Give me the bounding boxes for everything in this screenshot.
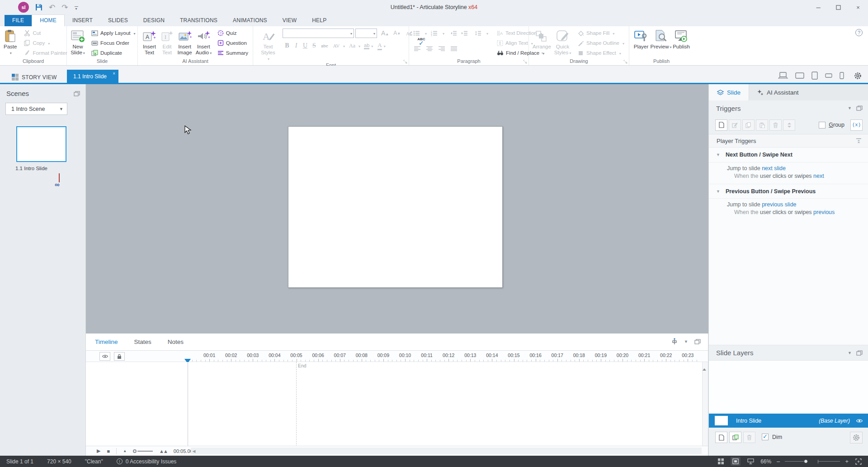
customize-quick-access-button[interactable]: ▾ [75,5,78,10]
layer-visibility-eye-icon[interactable] [856,419,863,423]
zoom-out-button[interactable]: − [776,458,780,465]
shrink-font-button[interactable]: A▼ [393,30,401,36]
trigger-action[interactable]: Jump to slide next slide [709,162,868,172]
trigger-action[interactable]: Jump to slide previous slide [709,199,868,208]
align-playhead-icon[interactable] [671,338,678,345]
preview-button[interactable]: Preview [651,28,671,50]
dim-checkbox[interactable] [762,434,769,440]
tab-slide-panel[interactable]: Slide [709,84,749,100]
preview-phone-landscape-icon[interactable] [825,73,832,78]
preview-settings-gear-icon[interactable] [854,72,862,80]
arrange-button[interactable]: Arrange [531,28,552,56]
apply-layout-button[interactable]: Apply Layout [89,28,138,38]
increase-indent-button[interactable] [461,30,468,36]
slide-layers-list[interactable] [709,360,868,414]
numbering-button[interactable]: 123 [431,30,438,36]
ai-edit-text-button[interactable]: I Edit Text [159,28,175,56]
scenes-float-panel-icon[interactable] [74,91,80,96]
shape-outline-button[interactable]: Shape Outline [576,38,627,48]
maximize-button[interactable] [828,0,848,14]
edit-trigger-button[interactable] [729,119,741,131]
story-view-tab[interactable]: STORY VIEW [12,74,57,81]
scene-selector-dropdown[interactable]: 1 Intro Scene ▼ [5,103,67,115]
slide-view-mode-icon[interactable] [731,457,741,466]
line-spacing-button[interactable] [475,30,481,36]
paragraph-dialog-launcher[interactable] [523,60,527,64]
format-painter-button[interactable]: Format Painter [22,48,69,58]
save-button[interactable] [35,4,42,11]
duplicate-layer-button[interactable] [729,432,741,443]
preview-phone-portrait-icon[interactable] [840,72,844,79]
slide-tab-active[interactable]: 1.1 Intro Slide × [67,70,118,83]
shape-fill-button[interactable]: Shape Fill [576,28,627,38]
ai-insert-image-button[interactable]: Insert Image [175,28,194,56]
trigger-condition[interactable]: When the user clicks or swipes next [709,172,868,184]
trigger-group-next[interactable]: ▼ Next Button / Swipe Next Jump to slide… [709,148,868,184]
timeline-ruler[interactable]: 00:0100:0200:0300:0400:0500:0600:0700:08… [86,351,708,362]
preview-tablet-landscape-icon[interactable] [795,72,804,79]
copy-trigger-button[interactable] [742,119,755,131]
chevron-down-icon[interactable]: ▼ [716,152,720,157]
timeline-tracks[interactable]: End [86,362,708,446]
minimize-button[interactable]: ─ [808,0,828,14]
preview-mode-icon[interactable] [745,457,755,466]
stop-button[interactable]: ■ [107,448,110,454]
change-case-button[interactable]: Aa [347,43,358,49]
scroll-left-icon[interactable]: ◀ [191,449,197,453]
show-hide-all-eye-button[interactable] [99,352,110,361]
slide-canvas[interactable] [86,84,708,334]
tab-animations[interactable]: ANIMATIONS [225,15,275,26]
tab-view[interactable]: VIEW [275,15,304,26]
zoom-in-timeline-button[interactable]: ▲▲ [159,448,167,454]
trigger-order-spinner[interactable] [783,119,795,131]
decrease-indent-button[interactable] [450,30,457,36]
tab-help[interactable]: HELP [304,15,334,26]
strikethrough-button[interactable]: S [310,42,319,49]
timeline-float-panel-icon[interactable] [694,339,701,344]
slide-layers-collapse-chevron-icon[interactable]: ▼ [848,351,852,355]
tab-states[interactable]: States [134,338,151,345]
slide-thumbnail[interactable] [16,126,66,162]
scroll-up-icon[interactable] [703,362,706,371]
timeline-column-separator[interactable] [188,362,188,446]
duplicate-button[interactable]: Duplicate [89,48,138,58]
timeline-zoom-slider[interactable] [133,449,153,453]
justify-button[interactable] [451,46,458,51]
trigger-condition[interactable]: When the user clicks or swipes previous [709,208,868,220]
help-icon[interactable]: ? [855,29,863,36]
accessibility-status[interactable]: ! 0 Accessibility Issues [117,458,177,465]
player-button[interactable]: Player [632,28,651,50]
highlight-color-button[interactable]: ab [364,43,369,49]
play-button[interactable]: ▶ [97,448,100,454]
tab-transitions[interactable]: TRANSITIONS [172,15,225,26]
new-trigger-button[interactable] [715,119,727,131]
zoom-in-button[interactable]: + [845,458,849,465]
story-view-mode-icon[interactable] [716,457,726,466]
slide-layers-float-panel-icon[interactable] [856,350,863,356]
ai-insert-audio-button[interactable]: Insert Audio [194,28,213,56]
text-styles-button[interactable]: A Text Styles [255,28,281,62]
align-right-button[interactable] [439,46,445,51]
triggers-float-panel-icon[interactable] [856,105,863,111]
delete-layer-button[interactable] [743,432,755,443]
slide-stage[interactable] [288,126,503,288]
ai-insert-text-button[interactable]: A Insert Text [140,28,159,56]
new-layer-button[interactable] [715,432,727,443]
timeline-menu-chevron-icon[interactable]: ▼ [684,339,688,344]
close-tab-icon[interactable]: × [113,71,115,76]
redo-button[interactable]: ↷ [61,4,68,11]
shape-effect-button[interactable]: Shape Effect [576,48,627,58]
publish-button[interactable]: Publish [671,28,691,50]
tab-home[interactable]: HOME [32,14,65,26]
zoom-slider-thumb[interactable] [804,459,808,463]
subscript-button[interactable]: abc [319,43,330,48]
focus-order-button[interactable]: Focus Order [89,38,138,48]
ai-question-button[interactable]: Question [215,38,250,48]
grow-font-button[interactable]: A▲ [381,29,389,37]
ai-summary-button[interactable]: Summary [215,48,250,58]
preview-laptop-icon[interactable] [778,72,788,79]
timeline-vertical-scrollbar[interactable] [702,362,708,446]
layer-properties-gear-icon[interactable] [850,432,863,443]
lock-all-button[interactable] [114,352,125,361]
cut-button[interactable]: Cut [22,28,69,38]
